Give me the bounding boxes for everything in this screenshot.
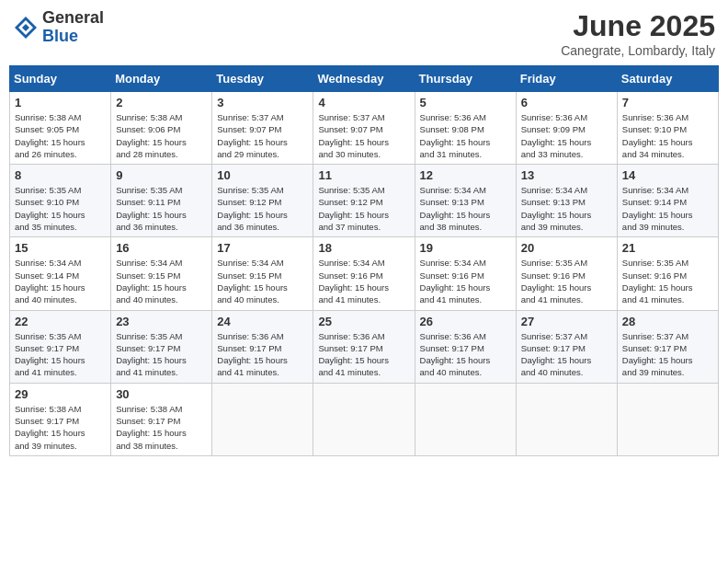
day-info: Sunrise: 5:34 AM Sunset: 9:14 PM Dayligh… — [15, 257, 106, 305]
day-info: Sunrise: 5:37 AM Sunset: 9:17 PM Dayligh… — [521, 330, 612, 379]
calendar-cell: 22Sunrise: 5:35 AM Sunset: 9:17 PM Dayli… — [10, 310, 111, 383]
day-info: Sunrise: 5:34 AM Sunset: 9:14 PM Dayligh… — [622, 184, 713, 233]
calendar-cell: 8Sunrise: 5:35 AM Sunset: 9:10 PM Daylig… — [10, 165, 111, 237]
title-block: June 2025 Canegrate, Lombardy, Italy — [561, 9, 715, 58]
day-info: Sunrise: 5:34 AM Sunset: 9:13 PM Dayligh… — [521, 184, 612, 233]
day-number: 4 — [318, 96, 409, 109]
calendar-cell: 25Sunrise: 5:36 AM Sunset: 9:17 PM Dayli… — [313, 310, 415, 383]
location-subtitle: Canegrate, Lombardy, Italy — [561, 43, 715, 58]
day-number: 1 — [15, 96, 106, 109]
calendar-cell: 27Sunrise: 5:37 AM Sunset: 9:17 PM Dayli… — [516, 310, 617, 383]
day-number: 28 — [622, 315, 713, 328]
header-friday: Friday — [516, 66, 617, 92]
calendar-cell: 21Sunrise: 5:35 AM Sunset: 9:16 PM Dayli… — [617, 237, 718, 310]
day-info: Sunrise: 5:36 AM Sunset: 9:08 PM Dayligh… — [420, 111, 511, 160]
day-info: Sunrise: 5:35 AM Sunset: 9:10 PM Dayligh… — [15, 184, 106, 233]
calendar-cell: 30Sunrise: 5:38 AM Sunset: 9:17 PM Dayli… — [111, 383, 212, 455]
day-info: Sunrise: 5:35 AM Sunset: 9:17 PM Dayligh… — [15, 330, 106, 379]
day-number: 14 — [622, 168, 713, 182]
day-info: Sunrise: 5:37 AM Sunset: 9:07 PM Dayligh… — [318, 111, 409, 160]
day-number: 26 — [420, 315, 511, 328]
day-number: 15 — [15, 241, 106, 255]
calendar-cell — [212, 383, 313, 455]
day-number: 3 — [217, 96, 308, 109]
calendar-cell: 20Sunrise: 5:35 AM Sunset: 9:16 PM Dayli… — [516, 237, 617, 310]
logo: General Blue — [13, 9, 104, 46]
calendar-table: Sunday Monday Tuesday Wednesday Thursday… — [9, 65, 719, 456]
day-number: 22 — [15, 315, 106, 328]
day-number: 16 — [116, 241, 207, 255]
logo-icon — [13, 15, 39, 40]
day-number: 21 — [622, 241, 713, 255]
day-number: 13 — [521, 168, 612, 182]
calendar-cell: 3Sunrise: 5:37 AM Sunset: 9:07 PM Daylig… — [212, 92, 313, 165]
calendar-cell: 15Sunrise: 5:34 AM Sunset: 9:14 PM Dayli… — [10, 237, 111, 310]
calendar-cell: 29Sunrise: 5:38 AM Sunset: 9:17 PM Dayli… — [10, 383, 111, 455]
calendar-cell: 12Sunrise: 5:34 AM Sunset: 9:13 PM Dayli… — [415, 165, 516, 237]
logo-blue-text: Blue — [42, 28, 104, 46]
header-sunday: Sunday — [10, 66, 111, 92]
day-info: Sunrise: 5:35 AM Sunset: 9:16 PM Dayligh… — [521, 257, 612, 305]
day-number: 18 — [318, 241, 409, 255]
day-number: 23 — [116, 315, 207, 328]
calendar-cell: 6Sunrise: 5:36 AM Sunset: 9:09 PM Daylig… — [516, 92, 617, 165]
day-info: Sunrise: 5:34 AM Sunset: 9:15 PM Dayligh… — [217, 257, 308, 305]
day-info: Sunrise: 5:35 AM Sunset: 9:11 PM Dayligh… — [116, 184, 207, 233]
day-number: 9 — [116, 168, 207, 182]
calendar-week-row-5: 29Sunrise: 5:38 AM Sunset: 9:17 PM Dayli… — [10, 383, 719, 455]
calendar-cell: 26Sunrise: 5:36 AM Sunset: 9:17 PM Dayli… — [415, 310, 516, 383]
day-number: 17 — [217, 241, 308, 255]
day-info: Sunrise: 5:35 AM Sunset: 9:16 PM Dayligh… — [622, 257, 713, 305]
logo-general-text: General — [42, 9, 104, 28]
calendar-cell: 9Sunrise: 5:35 AM Sunset: 9:11 PM Daylig… — [111, 165, 212, 237]
header-saturday: Saturday — [617, 66, 718, 92]
calendar-cell: 5Sunrise: 5:36 AM Sunset: 9:08 PM Daylig… — [415, 92, 516, 165]
day-info: Sunrise: 5:35 AM Sunset: 9:17 PM Dayligh… — [116, 330, 207, 379]
day-info: Sunrise: 5:38 AM Sunset: 9:17 PM Dayligh… — [116, 403, 207, 452]
day-number: 30 — [116, 387, 207, 401]
day-number: 25 — [318, 315, 409, 328]
day-info: Sunrise: 5:35 AM Sunset: 9:12 PM Dayligh… — [217, 184, 308, 233]
day-info: Sunrise: 5:36 AM Sunset: 9:09 PM Dayligh… — [521, 111, 612, 160]
calendar-cell: 13Sunrise: 5:34 AM Sunset: 9:13 PM Dayli… — [516, 165, 617, 237]
calendar-cell: 1Sunrise: 5:38 AM Sunset: 9:05 PM Daylig… — [10, 92, 111, 165]
calendar-cell: 16Sunrise: 5:34 AM Sunset: 9:15 PM Dayli… — [111, 237, 212, 310]
page-header: General Blue June 2025 Canegrate, Lombar… — [9, 9, 719, 58]
day-info: Sunrise: 5:37 AM Sunset: 9:07 PM Dayligh… — [217, 111, 308, 160]
calendar-cell: 11Sunrise: 5:35 AM Sunset: 9:12 PM Dayli… — [313, 165, 415, 237]
day-info: Sunrise: 5:34 AM Sunset: 9:16 PM Dayligh… — [420, 257, 511, 305]
day-info: Sunrise: 5:38 AM Sunset: 9:05 PM Dayligh… — [15, 111, 106, 160]
calendar-cell: 17Sunrise: 5:34 AM Sunset: 9:15 PM Dayli… — [212, 237, 313, 310]
calendar-header-row: Sunday Monday Tuesday Wednesday Thursday… — [10, 66, 719, 92]
day-number: 27 — [521, 315, 612, 328]
header-thursday: Thursday — [415, 66, 516, 92]
calendar-cell: 14Sunrise: 5:34 AM Sunset: 9:14 PM Dayli… — [617, 165, 718, 237]
calendar-cell: 4Sunrise: 5:37 AM Sunset: 9:07 PM Daylig… — [313, 92, 415, 165]
day-number: 10 — [217, 168, 308, 182]
calendar-cell: 2Sunrise: 5:38 AM Sunset: 9:06 PM Daylig… — [111, 92, 212, 165]
day-number: 2 — [116, 96, 207, 109]
day-info: Sunrise: 5:37 AM Sunset: 9:17 PM Dayligh… — [622, 330, 713, 379]
calendar-cell — [516, 383, 617, 455]
calendar-cell: 23Sunrise: 5:35 AM Sunset: 9:17 PM Dayli… — [111, 310, 212, 383]
day-info: Sunrise: 5:36 AM Sunset: 9:17 PM Dayligh… — [318, 330, 409, 379]
calendar-cell: 19Sunrise: 5:34 AM Sunset: 9:16 PM Dayli… — [415, 237, 516, 310]
header-tuesday: Tuesday — [212, 66, 313, 92]
month-year-title: June 2025 — [561, 9, 715, 43]
calendar-week-row-3: 15Sunrise: 5:34 AM Sunset: 9:14 PM Dayli… — [10, 237, 719, 310]
day-number: 29 — [15, 387, 106, 401]
day-info: Sunrise: 5:38 AM Sunset: 9:06 PM Dayligh… — [116, 111, 207, 160]
day-info: Sunrise: 5:34 AM Sunset: 9:13 PM Dayligh… — [420, 184, 511, 233]
header-wednesday: Wednesday — [313, 66, 415, 92]
day-number: 19 — [420, 241, 511, 255]
day-number: 7 — [622, 96, 713, 109]
day-info: Sunrise: 5:36 AM Sunset: 9:17 PM Dayligh… — [420, 330, 511, 379]
day-info: Sunrise: 5:38 AM Sunset: 9:17 PM Dayligh… — [15, 403, 106, 452]
calendar-week-row-1: 1Sunrise: 5:38 AM Sunset: 9:05 PM Daylig… — [10, 92, 719, 165]
calendar-cell — [313, 383, 415, 455]
day-number: 8 — [15, 168, 106, 182]
day-info: Sunrise: 5:35 AM Sunset: 9:12 PM Dayligh… — [318, 184, 409, 233]
calendar-cell: 7Sunrise: 5:36 AM Sunset: 9:10 PM Daylig… — [617, 92, 718, 165]
day-info: Sunrise: 5:34 AM Sunset: 9:15 PM Dayligh… — [116, 257, 207, 305]
day-number: 12 — [420, 168, 511, 182]
